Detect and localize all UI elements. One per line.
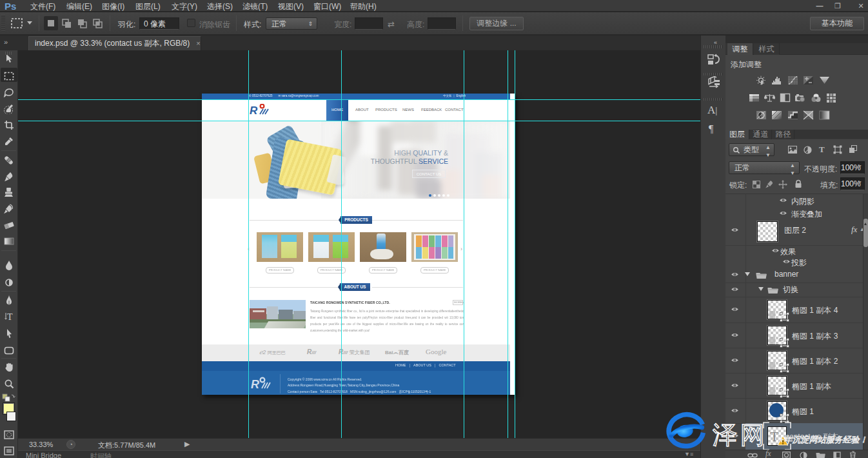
svg-text:T: T bbox=[7, 312, 13, 322]
svg-text:R: R bbox=[251, 378, 259, 391]
svg-text:R: R bbox=[250, 105, 258, 117]
